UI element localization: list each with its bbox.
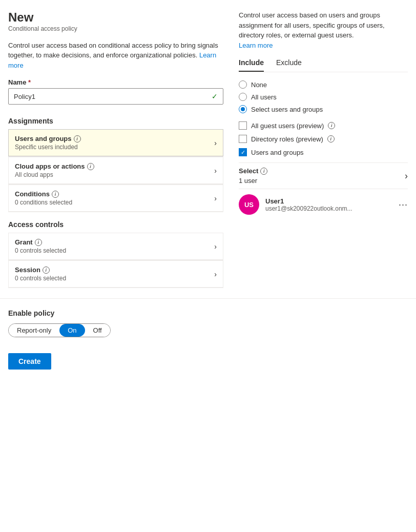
right-learn-more-link[interactable]: Learn more xyxy=(239,42,273,49)
assignment-item-conditions[interactable]: Conditions i 0 conditions selected › xyxy=(8,185,223,212)
cloud-apps-chevron-icon: › xyxy=(214,167,217,175)
user-name: User1 xyxy=(265,197,392,205)
conditions-subtitle: 0 conditions selected xyxy=(15,199,214,206)
grant-info-icon[interactable]: i xyxy=(35,239,42,246)
toggle-report-only[interactable]: Report-only xyxy=(9,324,59,337)
radio-none[interactable]: None xyxy=(239,80,408,89)
checkbox-users-groups[interactable]: ✓ Users and groups xyxy=(239,148,408,156)
radio-group: None All users Select users and groups xyxy=(239,80,408,113)
tab-exclude[interactable]: Exclude xyxy=(276,58,302,72)
radio-all-users-circle xyxy=(239,93,247,101)
checkbox-directory-roles[interactable]: Directory roles (preview) i xyxy=(239,135,408,143)
left-panel: New Conditional access policy Control us… xyxy=(8,10,223,288)
input-checkmark-icon: ✓ xyxy=(212,92,218,100)
select-info-icon[interactable]: i xyxy=(260,168,267,175)
directory-roles-info-icon[interactable]: i xyxy=(327,135,335,142)
guest-users-info-icon[interactable]: i xyxy=(328,122,335,129)
select-row[interactable]: Select i 1 user › xyxy=(239,162,408,189)
assignment-item-cloud-apps[interactable]: Cloud apps or actions i All cloud apps › xyxy=(8,157,223,184)
name-field-label: Name * xyxy=(8,78,223,86)
radio-select-users-circle xyxy=(239,105,247,113)
cloud-apps-subtitle: All cloud apps xyxy=(15,171,214,178)
enable-policy-label: Enable policy xyxy=(8,309,408,317)
cloud-apps-info-icon[interactable]: i xyxy=(87,163,94,170)
grant-chevron-icon: › xyxy=(214,242,217,251)
toggle-off[interactable]: Off xyxy=(85,324,110,337)
session-subtitle: 0 controls selected xyxy=(15,275,214,282)
assignment-item-session[interactable]: Session i 0 controls selected › xyxy=(8,260,223,288)
user-item: US User1 user1@sk200922outlook.onm... ··… xyxy=(239,189,408,220)
assignment-item-grant[interactable]: Grant i 0 controls selected › xyxy=(8,233,223,260)
assignments-header: Assignments xyxy=(8,115,223,125)
checkbox-guest-users-box xyxy=(239,121,247,130)
conditions-info-icon[interactable]: i xyxy=(52,191,59,198)
user-email: user1@sk200922outlook.onm... xyxy=(265,205,392,212)
users-groups-subtitle: Specific users included xyxy=(15,144,214,151)
select-chevron-icon: › xyxy=(405,171,408,181)
checkbox-group: All guest users (preview) i Directory ro… xyxy=(239,121,408,156)
access-controls-header: Access controls xyxy=(8,218,223,229)
right-panel: Control user access based on users and g… xyxy=(234,10,408,288)
checkbox-users-groups-box: ✓ xyxy=(239,148,247,156)
radio-none-circle xyxy=(239,80,247,89)
page-subtitle: Conditional access policy xyxy=(8,25,223,32)
tab-include[interactable]: Include xyxy=(239,58,264,72)
checkbox-guest-users[interactable]: All guest users (preview) i xyxy=(239,121,408,130)
toggle-on[interactable]: On xyxy=(59,324,85,337)
conditions-chevron-icon: › xyxy=(214,194,217,202)
grant-subtitle: 0 controls selected xyxy=(15,247,214,254)
select-count: 1 user xyxy=(239,177,267,185)
policy-toggle-group: Report-only On Off xyxy=(8,323,111,337)
create-button[interactable]: Create xyxy=(8,353,51,370)
user-menu-button[interactable]: ··· xyxy=(399,199,408,210)
assignment-item-users-groups[interactable]: Users and groups i Specific users includ… xyxy=(8,129,223,156)
checkbox-directory-roles-box xyxy=(239,135,247,143)
bottom-section: Enable policy Report-only On Off Create xyxy=(0,298,416,380)
session-info-icon[interactable]: i xyxy=(43,267,50,274)
name-input[interactable]: Policy1 ✓ xyxy=(8,88,223,105)
page-title: New xyxy=(8,10,223,25)
users-groups-info-icon[interactable]: i xyxy=(74,135,81,142)
required-asterisk: * xyxy=(28,78,31,86)
tabs-row: Include Exclude xyxy=(239,58,408,72)
session-chevron-icon: › xyxy=(214,270,217,278)
radio-select-users[interactable]: Select users and groups xyxy=(239,105,408,113)
users-groups-chevron-icon: › xyxy=(214,139,217,147)
left-description: Control user access based on conditional… xyxy=(8,40,223,71)
user-avatar: US xyxy=(239,194,259,215)
right-description: Control user access based on users and g… xyxy=(239,10,408,50)
radio-all-users[interactable]: All users xyxy=(239,93,408,101)
